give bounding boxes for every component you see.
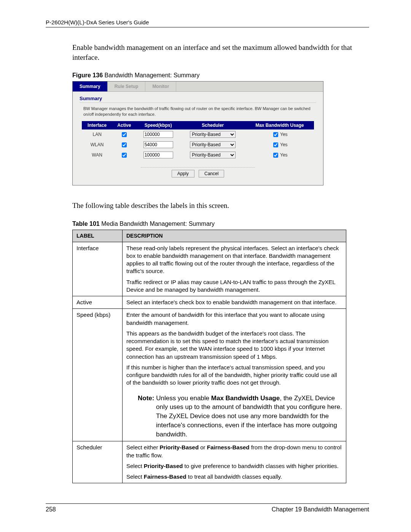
- desc-col-description: DESCRIPTION: [123, 230, 346, 242]
- interface-label: LAN: [82, 129, 112, 140]
- cancel-button[interactable]: Cancel: [199, 170, 224, 177]
- desc-row-interface: Interface These read-only labels represe…: [73, 242, 346, 296]
- dotted-divider: [141, 167, 255, 168]
- speed-input[interactable]: [143, 152, 173, 158]
- running-header: P-2602H(W)(L)-DxA Series User's Guide: [46, 19, 369, 26]
- table-caption: Table 101 Media Bandwidth Management: Su…: [72, 220, 369, 227]
- col-scheduler: Scheduler: [180, 121, 245, 129]
- figure-caption: Figure 136 Bandwidth Management: Summary: [72, 72, 369, 79]
- scheduler-select[interactable]: Priority-Based: [190, 131, 236, 138]
- desc-label: Interface: [73, 242, 123, 296]
- tab-rule-setup[interactable]: Rule Setup: [108, 81, 146, 91]
- max-usage-checkbox[interactable]: [273, 132, 278, 137]
- max-usage-checkbox[interactable]: [273, 153, 278, 158]
- active-checkbox[interactable]: [122, 132, 127, 137]
- button-row: Apply Cancel: [80, 160, 316, 177]
- desc-label: Speed (kbps): [73, 309, 123, 441]
- figure-title: Bandwidth Management: Summary: [103, 72, 199, 78]
- interface-label: WAN: [82, 150, 112, 160]
- speed-input[interactable]: [143, 141, 173, 148]
- bandwidth-summary-screenshot: Summary Rule Setup Monitor Summary BW Ma…: [72, 81, 323, 185]
- figure-number: Figure 136: [72, 72, 103, 78]
- tab-summary[interactable]: Summary: [73, 81, 108, 91]
- document-page: P-2602H(W)(L)-DxA Series User's Guide En…: [0, 0, 411, 532]
- table-row: WLAN Priority-Based Yes: [82, 140, 314, 150]
- desc-row-active: Active Select an interface's check box t…: [73, 296, 346, 309]
- scheduler-select[interactable]: Priority-Based: [190, 141, 236, 148]
- table-title: Media Bandwidth Management: Summary: [100, 220, 215, 227]
- yes-label: Yes: [280, 152, 288, 158]
- desc-label: Scheduler: [73, 441, 123, 483]
- description-table: LABEL DESCRIPTION Interface These read-o…: [72, 230, 346, 484]
- tab-bar: Summary Rule Setup Monitor: [73, 81, 323, 92]
- chapter-label: Chapter 19 Bandwidth Management: [272, 506, 369, 513]
- footer-rule: [46, 503, 369, 504]
- header-rule: [46, 27, 369, 27]
- page-footer: 258 Chapter 19 Bandwidth Management: [46, 503, 369, 513]
- note-block: Note: Unless you enable Max Bandwidth Us…: [126, 390, 342, 439]
- desc-col-label: LABEL: [73, 230, 123, 242]
- scheduler-select[interactable]: Priority-Based: [190, 152, 236, 158]
- post-figure-text: The following table describes the labels…: [72, 201, 369, 211]
- desc-text: These read-only labels represent the phy…: [123, 242, 346, 296]
- active-checkbox[interactable]: [122, 142, 127, 147]
- col-speed: Speed(kbps): [136, 121, 180, 129]
- col-max: Max Bandwidth Usage: [245, 121, 314, 129]
- interface-label: WLAN: [82, 140, 112, 150]
- intro-paragraph: Enable bandwidth management on an interf…: [72, 43, 369, 62]
- page-number: 258: [46, 506, 56, 513]
- bandwidth-table: Interface Active Speed(kbps) Scheduler M…: [82, 121, 314, 160]
- yes-label: Yes: [280, 142, 288, 147]
- table-row: LAN Priority-Based Yes: [82, 129, 314, 140]
- speed-input[interactable]: [143, 131, 173, 138]
- desc-text: Select either Priority-Based or Fairness…: [123, 441, 346, 483]
- col-active: Active: [112, 121, 136, 129]
- desc-row-speed: Speed (kbps) Enter the amount of bandwid…: [73, 309, 346, 441]
- table-number: Table 101: [72, 220, 100, 227]
- max-usage-checkbox[interactable]: [273, 142, 278, 147]
- col-interface: Interface: [82, 121, 112, 129]
- desc-text: Enter the amount of bandwidth for this i…: [123, 309, 346, 441]
- panel-title: Summary: [80, 96, 316, 103]
- table-row: WAN Priority-Based Yes: [82, 150, 314, 160]
- apply-button[interactable]: Apply: [172, 170, 194, 177]
- desc-text: Select an interface's check box to enabl…: [123, 296, 346, 309]
- yes-label: Yes: [280, 132, 288, 137]
- panel-description: BW Manager manages the bandwidth of traf…: [83, 106, 316, 117]
- desc-row-scheduler: Scheduler Select either Priority-Based o…: [73, 441, 346, 483]
- desc-label: Active: [73, 296, 123, 309]
- tab-monitor[interactable]: Monitor: [145, 81, 176, 91]
- active-checkbox[interactable]: [122, 153, 127, 158]
